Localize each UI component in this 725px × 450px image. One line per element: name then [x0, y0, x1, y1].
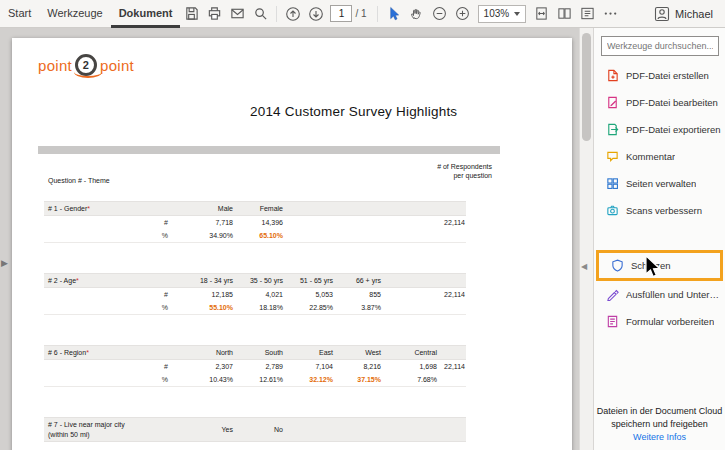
question-label-line1: # 7 - Live near major city [48, 420, 154, 429]
fit-width-button[interactable] [530, 2, 553, 26]
tool-label: PDF-Datei bearbeiten [626, 97, 718, 108]
tool-item-pdf-datei-exportieren[interactable]: PDF-Datei exportieren [594, 116, 725, 143]
question-label: # 6 - Region* [44, 348, 154, 357]
respondents-label-line1: # of Respondents [437, 163, 492, 170]
scrollbar-thumb[interactable] [582, 33, 591, 141]
percent-cell: 34.90% [168, 232, 234, 239]
logo-text-left: point [38, 57, 72, 74]
select-tool-icon [386, 6, 401, 21]
count-cell: 5,053 [284, 291, 334, 298]
next-page-button[interactable] [304, 2, 327, 26]
acrobat-window: Start Werkzeuge Dokument / 1 [0, 0, 725, 450]
count-cell: 12,185 [168, 291, 234, 298]
table-header-right: # of Respondents per question [437, 162, 492, 180]
select-tool-button[interactable] [382, 2, 405, 26]
percent-cell: 7.68% [382, 376, 438, 383]
logo-text-right: point [100, 57, 134, 74]
question-label: # 7 - Live near major city(within 50 mi) [44, 420, 154, 438]
tab-dokument[interactable]: Dokument [111, 0, 181, 28]
tool-item-pdf-datei-erstellen[interactable]: PDF-Datei erstellen [594, 62, 725, 89]
save-button[interactable] [180, 2, 203, 26]
fill-sign-icon [606, 288, 619, 301]
more-options-icon [603, 6, 618, 21]
print-button[interactable] [203, 2, 226, 26]
tab-start[interactable]: Start [0, 0, 39, 28]
enhance-scans-icon [606, 204, 619, 217]
count-cell: 14,396 [234, 219, 284, 226]
question-label-line1: # 1 - Gender* [48, 204, 154, 213]
question-label-line1: # 6 - Region* [48, 348, 154, 357]
save-icon [184, 6, 199, 21]
percent-cell: 37.15% [334, 376, 382, 383]
table-header: Question # - Theme # of Respondents per … [48, 162, 492, 184]
column-header: South [234, 349, 284, 356]
column-header: West [334, 349, 382, 356]
zoom-out-button[interactable] [428, 2, 451, 26]
user-account-button[interactable]: Michael [654, 6, 725, 22]
column-header: North [168, 349, 234, 356]
tools-panel-toggle-icon[interactable]: ◀ [581, 262, 587, 271]
tool-item-kommentar[interactable]: Kommentar [594, 143, 725, 170]
tool-label: PDF-Datei erstellen [626, 70, 709, 81]
divider-bar [38, 146, 500, 154]
tool-item-formular-vorbereiten[interactable]: Formular vorbereiten [594, 308, 725, 335]
count-row: #7,71814,39622,114 [44, 216, 466, 229]
tab-werkzeuge[interactable]: Werkzeuge [39, 0, 110, 28]
count-cell: 7,718 [168, 219, 234, 226]
reading-mode-button[interactable] [576, 2, 599, 26]
column-header: 18 - 34 yrs [168, 277, 234, 284]
pdf-page: point 2 point 2014 Customer Survey Highl… [12, 38, 572, 450]
chevron-down-icon [514, 12, 520, 16]
comment-icon [606, 150, 619, 163]
search-button[interactable] [249, 2, 272, 26]
percent-cell: 18.18% [234, 304, 284, 311]
email-icon [230, 6, 245, 21]
hand-tool-button[interactable] [405, 2, 428, 26]
page-number-input[interactable] [330, 5, 352, 22]
percent-cell: 65.10% [234, 232, 284, 239]
fit-width-icon [534, 6, 549, 21]
left-pane-toggle-icon[interactable]: ▶ [1, 258, 8, 268]
tools-panel: PDF-Datei erstellenPDF-Datei bearbeitenP… [593, 28, 725, 450]
tool-label: PDF-Datei exportieren [626, 124, 721, 135]
tool-item-pdf-datei-bearbeiten[interactable]: PDF-Datei bearbeiten [594, 89, 725, 116]
question-block: # 2 - Age*18 - 34 yrs35 - 50 yrs51 - 65 … [44, 273, 466, 315]
tools-search-input[interactable] [601, 36, 719, 56]
logo-circle: 2 [75, 54, 97, 76]
percent-cell: 10.43% [168, 376, 234, 383]
required-asterisk: * [86, 349, 89, 356]
column-header: Female [234, 205, 284, 212]
percent-row: %55.10%18.18%22.85%3.87% [44, 301, 466, 314]
tool-item-seiten-verwalten[interactable]: Seiten verwalten [594, 170, 725, 197]
vertical-scrollbar[interactable] [579, 28, 593, 450]
question-block: # 7 - Live near major city(within 50 mi)… [44, 417, 466, 442]
page-total-label: / 1 [355, 8, 366, 19]
reading-mode-icon [580, 6, 595, 21]
tool-label: Kommentar [626, 151, 675, 162]
question-label: # 1 - Gender* [44, 204, 154, 213]
column-header: 35 - 50 yrs [234, 277, 284, 284]
footer-line2: speichern und freigeben [594, 418, 725, 431]
question-label: # 2 - Age* [44, 276, 154, 285]
two-page-view-icon [557, 6, 572, 21]
previous-page-button[interactable] [281, 2, 304, 26]
email-button[interactable] [226, 2, 249, 26]
tool-item-sch-tzen[interactable]: Schützen [599, 253, 720, 278]
top-toolbar: Start Werkzeuge Dokument / 1 [0, 0, 725, 28]
tool-label: Schützen [631, 260, 671, 271]
percent-row-label: % [154, 376, 168, 383]
tool-item-ausf-llen-und-unterschreiben[interactable]: Ausfüllen und Unterschreiben [594, 281, 725, 308]
column-header: Male [168, 205, 234, 212]
user-name: Michael [675, 8, 713, 20]
percent-row: %10.43%12.61%32.12%37.15%7.68% [44, 373, 466, 386]
column-header: No [234, 426, 284, 433]
prepare-form-icon [606, 315, 619, 328]
zoom-level-dropdown[interactable]: 103% [478, 5, 527, 23]
column-header: Yes [168, 426, 234, 433]
zoom-in-button[interactable] [451, 2, 474, 26]
more-options-button[interactable] [599, 2, 622, 26]
weitere-infos-link[interactable]: Weitere Infos [594, 431, 725, 444]
two-page-view-button[interactable] [553, 2, 576, 26]
question-block: # 1 - Gender*MaleFemale#7,71814,39622,11… [44, 201, 466, 243]
tool-item-scans-verbessern[interactable]: Scans verbessern [594, 197, 725, 224]
